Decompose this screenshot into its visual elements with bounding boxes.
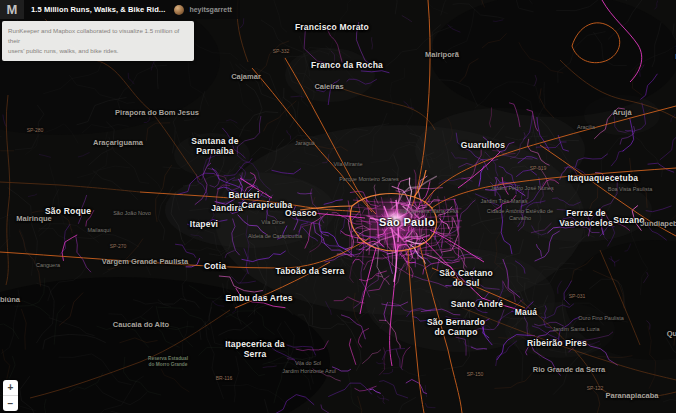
user-handle[interactable]: heyitsgarrett <box>189 6 231 13</box>
description-tooltip: RunKeeper and Mapbox collaborated to vis… <box>2 21 194 61</box>
zoom-out-button[interactable]: − <box>3 395 18 411</box>
zoom-control: + − <box>3 380 18 411</box>
user-avatar[interactable] <box>174 5 184 15</box>
tooltip-line-2: users' public runs, walks, and bike ride… <box>8 47 119 54</box>
map-canvas <box>0 0 676 413</box>
app-window: Francisco MoratoFranco da RochaSantana d… <box>0 0 676 413</box>
map-viewport[interactable]: Francisco MoratoFranco da RochaSantana d… <box>0 0 676 413</box>
zoom-in-button[interactable]: + <box>3 380 18 395</box>
header-bar: M 1.5 Million Runs, Walks, & Bike Rid...… <box>0 0 240 19</box>
tooltip-line-1: RunKeeper and Mapbox collaborated to vis… <box>8 27 179 44</box>
mapbox-logo[interactable]: M <box>0 0 24 19</box>
map-title: 1.5 Million Runs, Walks, & Bike Rid... <box>31 5 165 14</box>
